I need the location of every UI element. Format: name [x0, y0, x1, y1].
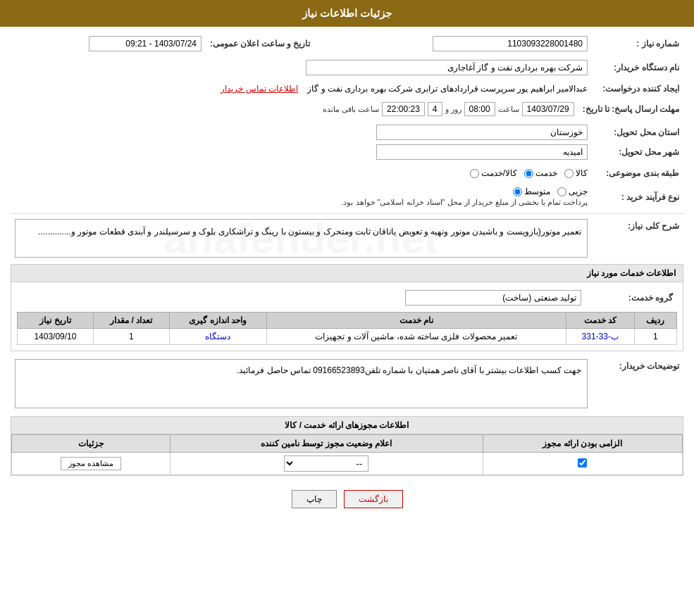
deadline-remaining: 22:00:23 — [382, 102, 425, 116]
license-required-checkbox[interactable] — [578, 458, 587, 467]
category-radio1-label: کالا — [576, 168, 588, 178]
deadline-remaining-label: ساعت باقی مانده — [323, 105, 379, 114]
service-group-value: تولید صنعتی (ساخت) — [405, 290, 581, 306]
category-label: طبقه بندی موضوعی: — [592, 166, 683, 180]
city-label: شهر محل تحویل: — [592, 142, 683, 162]
cell-date: 1403/09/10 — [18, 329, 94, 345]
buyer-name-value: شرکت بهره برداری نفت و گاز آغاجاری — [306, 60, 588, 75]
deadline-days-label: روز و — [445, 105, 461, 114]
purchase-radio2-label: متوسط — [524, 187, 550, 196]
services-section-title: اطلاعات خدمات مورد نیاز — [11, 265, 683, 282]
col-quantity: تعداد / مقدار — [93, 313, 169, 329]
license-col-status: اعلام وضعیت مجوز توسط نامین کننده — [170, 435, 483, 453]
city-value: امیدیه — [376, 144, 588, 160]
purchase-radio1[interactable] — [557, 187, 566, 196]
need-number-value: 1103093228001480 — [433, 36, 588, 51]
deadline-time: 08:00 — [464, 102, 495, 116]
purchase-radio2[interactable] — [513, 187, 522, 196]
cell-unit: دستگاه — [169, 329, 266, 345]
purchase-type-label: نوع فرآیند خرید : — [592, 184, 683, 209]
back-button[interactable]: بازگشت — [344, 490, 403, 508]
view-license-button[interactable]: مشاهده مجوز — [61, 457, 121, 470]
license-status-select[interactable]: -- — [284, 455, 368, 472]
table-row: 1 ب-33-331 تعمیر محصولات فلزی ساخته شده،… — [18, 329, 677, 345]
col-unit: واحد اندازه گیری — [169, 313, 266, 329]
announce-value: 1403/07/24 - 09:21 — [89, 36, 202, 51]
license-section-title: اطلاعات مجوزهای ارائه خدمت / کالا — [11, 417, 683, 434]
contact-link[interactable]: اطلاعات تماس خریدار — [221, 84, 298, 94]
col-service-name: نام خدمت — [266, 313, 566, 329]
requester-value: عبدالامیر ابراهیم پور سرپرست قراردادهای … — [307, 84, 588, 94]
buyer-desc-value: جهت کسب اطلاعات بیشتر با آقای ناصر همتیا… — [237, 365, 581, 375]
requester-label: ایجاد کننده درخواست: — [592, 82, 683, 96]
province-value: خوزستان — [376, 125, 588, 140]
category-radio3[interactable] — [470, 169, 479, 178]
category-radio3-label: کالا/خدمت — [481, 168, 517, 178]
need-number-label: شماره نیاز : — [592, 34, 683, 54]
description-value: تعمیر موتور(بازویست و باشیدن موتور وتهیه… — [38, 227, 581, 237]
cell-service-code: ب-33-331 — [566, 329, 634, 345]
deadline-date: 1403/07/29 — [522, 102, 574, 116]
license-col-details: جزئیات — [12, 435, 171, 453]
category-radio2-label: خدمت — [535, 168, 557, 178]
buyer-desc-label: توضیحات خریدار: — [592, 357, 683, 410]
cell-service-name: تعمیر محصولات فلزی ساخته شده، ماشین آلات… — [266, 329, 566, 345]
col-date: تاریخ نیاز — [18, 313, 94, 329]
col-service-code: کد خدمت — [566, 313, 634, 329]
col-row-num: ردیف — [634, 313, 676, 329]
province-label: استان محل تحویل: — [592, 122, 683, 142]
purchase-radio1-label: جزیی — [569, 187, 588, 196]
service-group-label: گروه خدمت: — [585, 288, 677, 308]
deadline-time-label: ساعت — [498, 105, 519, 114]
print-button[interactable]: چاپ — [292, 490, 337, 508]
announce-label: تاریخ و ساعت اعلان عمومی: — [206, 34, 314, 54]
page-header: جزئیات اطلاعات نیاز — [0, 0, 694, 27]
license-col-required: الزامی بودن ارائه مجوز — [483, 435, 682, 453]
page-title: جزئیات اطلاعات نیاز — [302, 7, 392, 19]
license-row: -- مشاهده مجوز — [12, 453, 683, 475]
deadline-label: مهلت ارسال پاسخ: تا تاریخ: — [578, 100, 683, 118]
purchase-note: پرداخت تمام یا بخشی از مبلغ خریدار از مح… — [15, 198, 588, 207]
cell-row-num: 1 — [634, 329, 676, 345]
category-radio1[interactable] — [564, 169, 574, 178]
cell-quantity: 1 — [93, 329, 169, 345]
buyer-name-label: نام دستگاه خریدار: — [592, 58, 683, 77]
description-label: شرح کلی نیاز: — [592, 217, 683, 260]
category-radio2[interactable] — [524, 169, 533, 178]
deadline-days: 4 — [428, 102, 442, 116]
